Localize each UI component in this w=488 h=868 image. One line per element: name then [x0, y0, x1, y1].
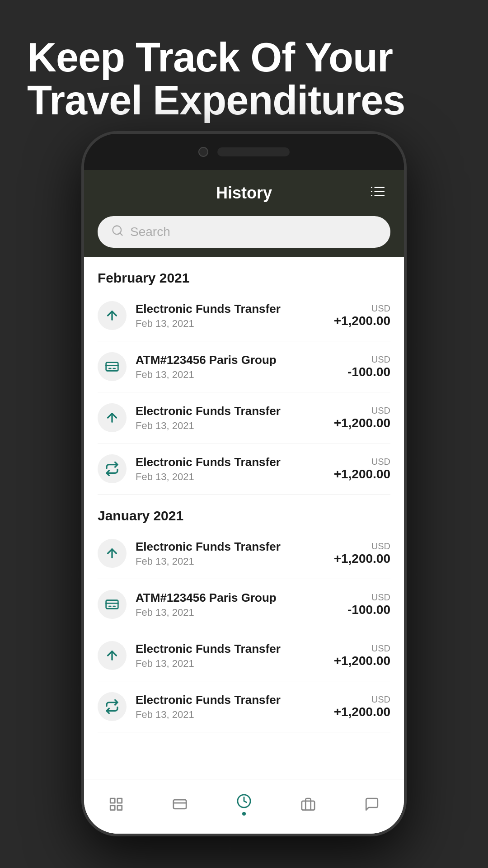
transaction-amount-wrap: USD+1,200.00	[334, 694, 390, 719]
tx-icon-transfer	[98, 692, 127, 721]
transaction-amount: -100.00	[347, 365, 390, 379]
month-label: February 2021	[98, 270, 390, 286]
transaction-currency: USD	[334, 303, 390, 314]
nav-icon-wallet	[300, 796, 316, 812]
transaction-item[interactable]: Electronic Funds TransferFeb 13, 2021USD…	[98, 443, 390, 495]
transaction-date: Feb 13, 2021	[136, 607, 338, 618]
month-group-1: January 2021 Electronic Funds TransferFe…	[84, 495, 404, 732]
svg-rect-20	[110, 798, 115, 803]
tx-icon-up	[98, 403, 127, 432]
transaction-name: Electronic Funds Transfer	[136, 404, 325, 418]
transaction-amount: +1,200.00	[334, 705, 390, 719]
nav-item-grid[interactable]	[99, 792, 133, 817]
transaction-name: Electronic Funds Transfer	[136, 302, 325, 316]
transaction-item[interactable]: Electronic Funds TransferFeb 13, 2021USD…	[98, 290, 390, 341]
transaction-date: Feb 13, 2021	[136, 709, 325, 721]
transaction-amount-wrap: USD+1,200.00	[334, 643, 390, 668]
transaction-currency: USD	[334, 541, 390, 552]
search-bar[interactable]: Search	[98, 216, 390, 248]
bottom-nav	[84, 779, 404, 834]
transaction-item[interactable]: Electronic Funds TransferFeb 13, 2021USD…	[98, 392, 390, 443]
transaction-amount-wrap: USD-100.00	[347, 354, 390, 379]
transaction-details: Electronic Funds TransferFeb 13, 2021	[136, 540, 325, 567]
phone-camera	[198, 147, 208, 157]
content-area[interactable]: February 2021 Electronic Funds TransferF…	[84, 257, 404, 779]
transaction-amount: +1,200.00	[334, 314, 390, 328]
hero-section: Keep Track Of Your Travel Expenditures	[0, 0, 488, 140]
svg-rect-15	[106, 600, 118, 609]
transaction-item[interactable]: Electronic Funds TransferFeb 13, 2021USD…	[98, 630, 390, 681]
transaction-date: Feb 13, 2021	[136, 471, 325, 483]
tx-icon-up	[98, 539, 127, 568]
transaction-date: Feb 13, 2021	[136, 420, 325, 432]
nav-item-chat[interactable]	[355, 792, 389, 817]
transaction-details: ATM#123456 Paris GroupFeb 13, 2021	[136, 353, 338, 381]
transaction-details: Electronic Funds TransferFeb 13, 2021	[136, 455, 325, 483]
phone-outer: History	[81, 131, 407, 836]
nav-item-card[interactable]	[163, 792, 197, 817]
transaction-details: ATM#123456 Paris GroupFeb 13, 2021	[136, 591, 338, 618]
transaction-item[interactable]: ATM#123456 Paris GroupFeb 13, 2021USD-10…	[98, 341, 390, 392]
transaction-amount: -100.00	[347, 603, 390, 617]
nav-item-wallet[interactable]	[291, 792, 325, 817]
nav-icon-card	[172, 796, 188, 812]
search-icon	[111, 224, 124, 240]
transaction-currency: USD	[334, 643, 390, 654]
search-container: Search	[84, 216, 404, 257]
transaction-amount-wrap: USD+1,200.00	[334, 457, 390, 481]
tx-icon-up	[98, 301, 127, 330]
transaction-item[interactable]: ATM#123456 Paris GroupFeb 13, 2021USD-10…	[98, 579, 390, 630]
month-group-0: February 2021 Electronic Funds TransferF…	[84, 257, 404, 495]
transaction-amount: +1,200.00	[334, 654, 390, 668]
filter-icon[interactable]	[370, 184, 386, 203]
transaction-amount-wrap: USD+1,200.00	[334, 541, 390, 566]
transaction-details: Electronic Funds TransferFeb 13, 2021	[136, 302, 325, 330]
svg-rect-21	[117, 798, 122, 803]
side-button-volume-down	[81, 342, 83, 387]
phone-top-bar	[84, 134, 404, 170]
transaction-amount-wrap: USD-100.00	[347, 592, 390, 617]
side-button-mute	[81, 247, 83, 274]
search-placeholder: Search	[130, 225, 170, 239]
app-header: History	[84, 170, 404, 216]
transaction-currency: USD	[334, 406, 390, 416]
side-button-power	[405, 269, 407, 315]
transaction-name: Electronic Funds Transfer	[136, 540, 325, 554]
tx-icon-up	[98, 641, 127, 670]
phone-speaker	[217, 147, 290, 156]
transaction-details: Electronic Funds TransferFeb 13, 2021	[136, 404, 325, 432]
screen-title: History	[216, 184, 272, 203]
transaction-currency: USD	[334, 457, 390, 467]
nav-item-history[interactable]	[227, 788, 261, 820]
transaction-name: Electronic Funds Transfer	[136, 455, 325, 469]
nav-icon-grid	[108, 796, 124, 812]
side-button-volume-up	[81, 288, 83, 333]
tx-icon-atm	[98, 352, 127, 381]
transaction-name: Electronic Funds Transfer	[136, 693, 325, 707]
month-label: January 2021	[98, 508, 390, 524]
phone-mockup: History	[81, 131, 407, 845]
nav-icon-chat	[364, 796, 380, 812]
transaction-name: ATM#123456 Paris Group	[136, 591, 338, 605]
hero-title: Keep Track Of Your Travel Expenditures	[27, 36, 461, 122]
svg-rect-23	[110, 806, 115, 810]
svg-rect-24	[174, 800, 186, 809]
transaction-name: Electronic Funds Transfer	[136, 642, 325, 656]
tx-icon-transfer	[98, 454, 127, 483]
svg-line-7	[120, 233, 122, 235]
transaction-amount-wrap: USD+1,200.00	[334, 303, 390, 328]
transaction-date: Feb 13, 2021	[136, 556, 325, 567]
transaction-date: Feb 13, 2021	[136, 318, 325, 330]
transaction-date: Feb 13, 2021	[136, 369, 338, 381]
transaction-item[interactable]: Electronic Funds TransferFeb 13, 2021USD…	[98, 528, 390, 579]
transaction-item[interactable]: Electronic Funds TransferFeb 13, 2021USD…	[98, 681, 390, 732]
tx-icon-atm	[98, 590, 127, 619]
transaction-amount: +1,200.00	[334, 552, 390, 566]
svg-rect-9	[106, 363, 118, 371]
transaction-amount-wrap: USD+1,200.00	[334, 406, 390, 430]
transaction-currency: USD	[334, 694, 390, 705]
transaction-currency: USD	[347, 592, 390, 603]
svg-rect-22	[117, 806, 122, 810]
nav-icon-history	[236, 793, 252, 809]
transaction-amount: +1,200.00	[334, 467, 390, 481]
